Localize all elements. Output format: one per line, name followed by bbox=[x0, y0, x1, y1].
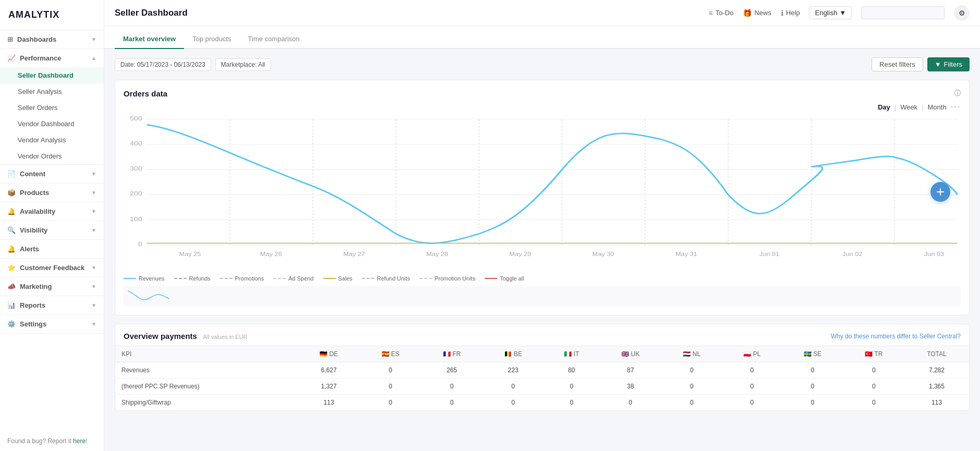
sidebar-item-settings[interactable]: ⚙️Settings ▼ bbox=[0, 315, 104, 333]
svg-text:Jun 02: Jun 02 bbox=[842, 251, 862, 257]
chevron-down-icon: ▼ bbox=[91, 171, 96, 177]
sidebar-item-seller-analysis[interactable]: Seller Analysis bbox=[0, 83, 104, 100]
language-selector[interactable]: English ▼ bbox=[809, 6, 852, 19]
sidebar-section-visibility: 🔍Visibility ▼ bbox=[0, 221, 104, 240]
todo-button[interactable]: ≡ To-Do bbox=[708, 9, 733, 17]
seller-central-link[interactable]: Why do these numbers differ to Seller Ce… bbox=[831, 333, 961, 340]
legend-promotions[interactable]: Promotions bbox=[220, 275, 264, 282]
svg-text:May 31: May 31 bbox=[676, 251, 697, 257]
legend-ad-spend[interactable]: Ad Spend bbox=[273, 275, 313, 282]
chevron-down-icon: ▼ bbox=[91, 302, 96, 308]
filter-bar: Date: 05/17/2023 - 06/13/2023 Marketplac… bbox=[115, 57, 970, 71]
period-month-button[interactable]: Month bbox=[928, 103, 947, 111]
chevron-down-icon: ▼ bbox=[91, 209, 96, 214]
customer-feedback-icon: ⭐ bbox=[7, 264, 16, 272]
col-nl: 🇳🇱 NL bbox=[662, 346, 722, 362]
col-total: TOTAL bbox=[904, 346, 969, 362]
tab-time-comparison[interactable]: Time comparison bbox=[240, 29, 308, 49]
filter-chips: Date: 05/17/2023 - 06/13/2023 Marketplac… bbox=[115, 58, 271, 71]
sidebar-section-dashboards: ⊞Dashboards ▼ bbox=[0, 30, 104, 49]
svg-text:300: 300 bbox=[130, 165, 142, 172]
filter-actions: Reset filters ▼ Filters bbox=[872, 57, 970, 71]
chart-title-text: Orders data bbox=[124, 89, 167, 98]
period-day-button[interactable]: Day bbox=[878, 103, 890, 111]
sidebar-item-content[interactable]: 📄Content ▼ bbox=[0, 165, 104, 183]
topbar-actions: ≡ To-Do 🎁 News ℹ Help English ▼ ⚙ bbox=[708, 5, 970, 21]
sidebar-item-vendor-orders[interactable]: Vendor Orders bbox=[0, 148, 104, 164]
reports-icon: 📊 bbox=[7, 301, 16, 309]
col-se: 🇸🇪 SE bbox=[782, 346, 843, 362]
chevron-down-icon: ▼ bbox=[91, 190, 96, 196]
performance-icon: 📈 bbox=[7, 54, 16, 62]
content-icon: 📄 bbox=[7, 170, 16, 178]
filter-icon: ▼ bbox=[935, 60, 941, 68]
payments-title: Overview payments bbox=[124, 332, 197, 340]
help-button[interactable]: ℹ Help bbox=[781, 9, 800, 17]
svg-text:May 26: May 26 bbox=[260, 251, 282, 257]
sidebar-item-products[interactable]: 📦Products ▼ bbox=[0, 184, 104, 202]
svg-text:May 28: May 28 bbox=[426, 251, 448, 257]
reset-filters-button[interactable]: Reset filters bbox=[872, 57, 923, 71]
legend-refund-units[interactable]: Refund Units bbox=[362, 275, 410, 282]
sidebar-item-reports[interactable]: 📊Reports ▼ bbox=[0, 296, 104, 314]
col-es: 🇪🇸 ES bbox=[360, 346, 421, 362]
marketplace-filter-chip[interactable]: Marketplace: All bbox=[215, 58, 271, 71]
legend-promotion-units[interactable]: Promotion Units bbox=[420, 275, 475, 282]
sidebar-item-marketing[interactable]: 📣Marketing ▼ bbox=[0, 277, 104, 296]
table-row: (thereof PPC SP Revenues) 1,327 0 0 0 0 … bbox=[115, 379, 969, 395]
sidebar-item-vendor-dashboard[interactable]: Vendor Dashboard bbox=[0, 116, 104, 132]
fab-button[interactable] bbox=[930, 182, 950, 202]
payments-subtitle: All values in EUR bbox=[203, 334, 248, 340]
table-row: Revenues 6,627 0 265 223 80 87 0 0 0 0 7… bbox=[115, 362, 969, 379]
period-week-button[interactable]: Week bbox=[900, 103, 917, 111]
legend-refunds[interactable]: Refunds bbox=[174, 275, 211, 282]
sidebar-item-seller-dashboard[interactable]: Seller Dashboard bbox=[0, 67, 104, 83]
topbar: Seller Dashboard ≡ To-Do 🎁 News ℹ Help E… bbox=[104, 0, 980, 26]
sidebar-item-dashboards[interactable]: ⊞Dashboards ▼ bbox=[0, 30, 104, 48]
chart-more-button[interactable]: ··· bbox=[951, 102, 961, 112]
svg-text:May 25: May 25 bbox=[179, 251, 201, 257]
gear-button[interactable]: ⚙ bbox=[954, 5, 970, 21]
sidebar-item-availability[interactable]: 🔔Availability ▼ bbox=[0, 202, 104, 221]
page-title: Seller Dashboard bbox=[115, 8, 708, 18]
sidebar-item-seller-orders[interactable]: Seller Orders bbox=[0, 100, 104, 116]
sidebar-section-content: 📄Content ▼ bbox=[0, 165, 104, 184]
bug-report-link[interactable]: here bbox=[73, 437, 85, 445]
col-fr: 🇫🇷 FR bbox=[421, 346, 483, 362]
legend-sales[interactable]: Sales bbox=[323, 275, 353, 282]
alerts-icon: 🔔 bbox=[7, 245, 16, 253]
chevron-down-icon: ▼ bbox=[91, 265, 96, 271]
tab-top-products[interactable]: Top products bbox=[184, 29, 239, 49]
kpi-ppc: (thereof PPC SP Revenues) bbox=[115, 379, 298, 395]
app-logo: AMALYTIX bbox=[0, 0, 104, 30]
tab-market-overview[interactable]: Market overview bbox=[115, 29, 184, 49]
chart-info-icon: ⓘ bbox=[954, 89, 961, 98]
search-input[interactable] bbox=[861, 6, 945, 19]
legend-revenues[interactable]: Revenues bbox=[124, 275, 165, 282]
sidebar-item-visibility[interactable]: 🔍Visibility ▼ bbox=[0, 221, 104, 239]
svg-text:500: 500 bbox=[130, 115, 142, 122]
filters-button[interactable]: ▼ Filters bbox=[927, 57, 970, 71]
chevron-up-icon: ▲ bbox=[91, 55, 96, 61]
date-filter-chip[interactable]: Date: 05/17/2023 - 06/13/2023 bbox=[115, 58, 211, 71]
sidebar-item-vendor-analysis[interactable]: Vendor Analysis bbox=[0, 132, 104, 148]
marketing-icon: 📣 bbox=[7, 283, 16, 290]
sidebar-item-customer-feedback[interactable]: ⭐Customer Feedback ▼ bbox=[0, 259, 104, 277]
tabbar: Market overview Top products Time compar… bbox=[104, 26, 980, 49]
sidebar-item-performance[interactable]: 📈Performance ▲ bbox=[0, 49, 104, 67]
sidebar-section-products: 📦Products ▼ bbox=[0, 184, 104, 202]
help-icon: ℹ bbox=[781, 9, 783, 17]
chevron-down-icon: ▼ bbox=[91, 321, 96, 327]
news-button[interactable]: 🎁 News bbox=[743, 9, 771, 17]
sidebar-section-performance: 📈Performance ▲ Seller Dashboard Seller A… bbox=[0, 49, 104, 165]
settings-icon: ⚙️ bbox=[7, 320, 16, 328]
svg-text:Jun 01: Jun 01 bbox=[760, 251, 779, 257]
visibility-icon: 🔍 bbox=[7, 226, 16, 234]
col-kpi: KPI bbox=[115, 346, 298, 362]
chart-minimap[interactable] bbox=[124, 286, 961, 307]
sidebar-item-alerts[interactable]: 🔔Alerts bbox=[0, 240, 104, 258]
minimap-svg bbox=[128, 288, 169, 304]
sidebar-footer: Found a bug? Report it here! bbox=[0, 431, 104, 451]
legend-toggle-all[interactable]: Toggle all bbox=[485, 275, 524, 282]
col-it: 🇮🇹 IT bbox=[544, 346, 599, 362]
